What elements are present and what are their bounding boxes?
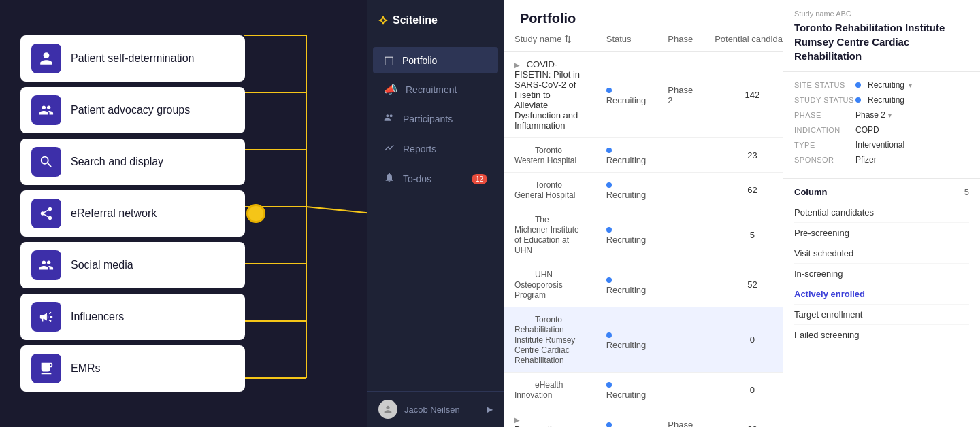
study-name-text: COVID-FISETIN: Pilot in SARS-CoV-2 of Fi… — [514, 59, 580, 131]
portfolio-table[interactable]: Study name ⇅ Status Phase Potential cand… — [504, 27, 783, 427]
flow-node-patient-self-determination[interactable]: Patient self-determination — [20, 35, 245, 82]
table-row[interactable]: The Michener Institute of Education at U… — [504, 207, 783, 262]
status-dot — [606, 227, 612, 233]
portfolio-header: Portfolio — [504, 0, 783, 27]
sidebar-item-todos[interactable]: To-dos 12 — [373, 165, 498, 192]
ereferral-network-icon — [31, 199, 61, 228]
type-val: Interventional — [855, 140, 904, 150]
sponsor-val: Pfizer — [855, 155, 877, 165]
phase-cell — [657, 373, 704, 407]
detail-col-item[interactable]: Actively enrolled — [794, 284, 969, 305]
emrs-icon — [31, 354, 61, 383]
status-text: Recruiting — [606, 285, 647, 295]
table-row[interactable]: UHN Osteoporosis Program Recruiting 52 — [504, 262, 783, 307]
phase-cell — [657, 138, 704, 173]
flow-node-influencers[interactable]: Influencers — [20, 294, 245, 340]
flow-node-search-and-display[interactable]: Search and display — [20, 139, 245, 185]
sidebar-item-recruitment[interactable]: 📣 Recruitment — [373, 76, 498, 103]
sidebar-item-portfolio-label: Portfolio — [402, 55, 437, 66]
logo-icon: ⟡ — [378, 12, 387, 28]
detail-study-name-label: Study name ABC — [783, 0, 980, 20]
th-status: Status — [595, 27, 657, 52]
portfolio-title: Portfolio — [520, 11, 576, 26]
flow-node-search-and-display-label: Search and display — [71, 156, 163, 168]
sidebar-item-participants[interactable]: Participants — [373, 105, 498, 133]
detail-col-item[interactable]: Potential candidates — [794, 203, 969, 223]
detail-col-item[interactable]: Failed screening — [794, 325, 969, 345]
search-and-display-icon — [31, 147, 61, 177]
detail-col-item[interactable]: Visit scheduled — [794, 243, 969, 264]
phase-dropdown-icon: ▾ — [888, 112, 892, 119]
study-status-val: Recruiting — [855, 95, 904, 105]
detail-col-item[interactable]: Pre-screening — [794, 223, 969, 243]
sidebar-logo: ⟡ Sciteline — [368, 0, 504, 40]
status-text: Recruiting — [606, 390, 647, 400]
status-text: Recruiting — [606, 340, 647, 350]
patient-advocacy-groups-icon — [31, 95, 61, 125]
indication-key: INDICATION — [794, 126, 855, 134]
status-cell: Recruiting — [595, 262, 657, 307]
phase-cell — [657, 262, 704, 307]
study-name-text: UHN Osteoporosis Program — [514, 270, 563, 300]
study-name-cell: eHealth Innovation — [504, 373, 595, 407]
table-row[interactable]: eHealth Innovation Recruiting 0 — [504, 373, 783, 407]
table-row[interactable]: Toronto Western Hospital Recruiting 23 — [504, 138, 783, 173]
potential-cell: 142 — [704, 52, 783, 138]
table-header-row: Study name ⇅ Status Phase Potential cand… — [504, 27, 783, 52]
study-name-text: Dexamethasone for COVID-19 — [514, 424, 579, 427]
phase-cell: Phase 2 — [657, 52, 704, 138]
study-name-text: The Michener Institute of Education at U… — [514, 215, 579, 255]
sidebar-item-reports[interactable]: Reports — [373, 135, 498, 163]
flow-node-patient-advocacy-groups[interactable]: Patient advocacy groups — [20, 87, 245, 133]
social-media-icon — [31, 250, 61, 280]
table-row[interactable]: ▶ Dexamethasone for COVID-19 Recruiting … — [504, 407, 783, 428]
status-dot — [606, 382, 612, 388]
reports-icon — [384, 142, 395, 156]
sidebar-arrow-icon: ▶ — [487, 405, 493, 414]
potential-cell: 0 — [704, 307, 783, 373]
patient-self-determination-icon — [31, 44, 61, 73]
type-key: TYPE — [794, 141, 855, 149]
table-row[interactable]: Toronto Rehabilitation Institute Rumsey … — [504, 307, 783, 373]
expand-icon[interactable]: ▶ — [514, 416, 520, 424]
expand-icon[interactable]: ▶ — [514, 61, 520, 69]
th-study-name[interactable]: Study name ⇅ — [504, 27, 595, 52]
potential-cell: 0 — [704, 373, 783, 407]
detail-col-item[interactable]: In-screening — [794, 264, 969, 284]
site-status-dropdown[interactable]: ▾ — [909, 82, 912, 89]
study-name-cell: UHN Osteoporosis Program — [504, 262, 595, 307]
detail-col-item[interactable]: Target enrollment — [794, 305, 969, 325]
type-row: TYPE Interventional — [794, 140, 969, 150]
status-cell: Recruiting — [595, 138, 657, 173]
potential-cell: 20 — [704, 407, 783, 428]
flow-node-emrs-label: EMRs — [71, 362, 101, 375]
indication-row: INDICATION COPD — [794, 125, 969, 135]
sidebar-item-recruitment-label: Recruitment — [406, 84, 457, 95]
sidebar-item-portfolio[interactable]: ◫ Portfolio — [373, 47, 498, 73]
phase-val[interactable]: Phase 2 ▾ — [855, 110, 892, 120]
flow-node-ereferral-network-label: eReferral network — [71, 207, 157, 220]
study-table: Study name ⇅ Status Phase Potential cand… — [504, 27, 783, 427]
status-text: Recruiting — [606, 190, 647, 200]
table-row[interactable]: Toronto General Hospital Recruiting 62 — [504, 173, 783, 207]
site-status-row: SITE STATUS Recruiting ▾ — [794, 80, 969, 90]
flow-node-ereferral-network[interactable]: eReferral network — [20, 190, 245, 237]
site-status-val: Recruiting ▾ — [855, 80, 912, 90]
study-name-cell: ▶ COVID-FISETIN: Pilot in SARS-CoV-2 of … — [504, 52, 595, 138]
status-dot — [606, 332, 612, 338]
detail-columns-count: 5 — [964, 187, 969, 197]
user-name: Jacob Neilsen — [404, 405, 460, 415]
table-row[interactable]: ▶ COVID-FISETIN: Pilot in SARS-CoV-2 of … — [504, 52, 783, 138]
site-status-dot — [855, 82, 861, 88]
status-dot — [606, 277, 612, 283]
study-status-row: STUDY STATUS Recruiting — [794, 95, 969, 105]
phase-cell: Phase 2 — [657, 407, 704, 428]
phase-key: PHASE — [794, 111, 855, 119]
th-phase: Phase — [657, 27, 704, 52]
flow-node-social-media[interactable]: Social media — [20, 242, 245, 288]
sidebar-item-todos-label: To-dos — [403, 173, 431, 184]
flow-node-emrs[interactable]: EMRs — [20, 345, 245, 392]
detail-columns: Column 5 Potential candidatesPre-screeni… — [783, 179, 980, 354]
study-name-cell: ▶ Dexamethasone for COVID-19 — [504, 407, 595, 428]
status-text: Recruiting — [606, 95, 647, 105]
